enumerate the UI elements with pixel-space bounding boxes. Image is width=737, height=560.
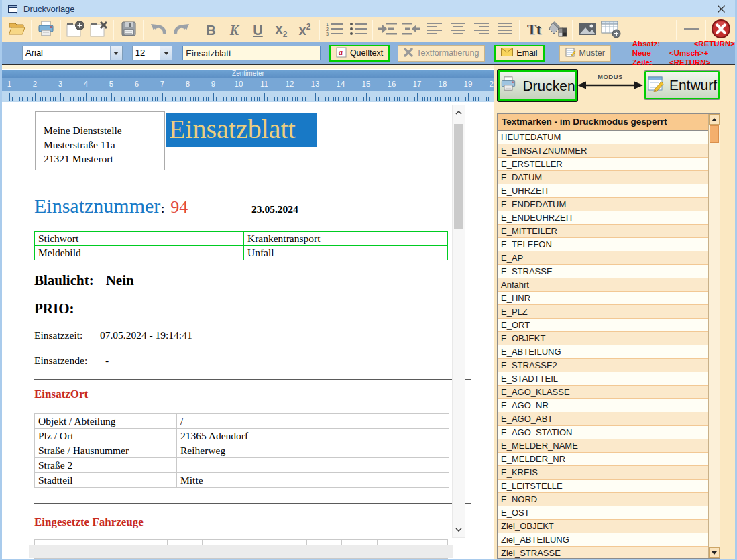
ruler-tick — [244, 97, 245, 101]
textmark-item[interactable]: E_TELEFON — [498, 238, 708, 251]
drucken-button[interactable]: Drucken — [498, 70, 577, 101]
subscript-button[interactable]: x2 — [270, 19, 293, 41]
ruler-number: 10 — [233, 80, 244, 88]
document-vertical-scrollbar[interactable] — [452, 105, 465, 538]
ruler-tick — [468, 93, 469, 101]
align-right-button[interactable] — [469, 19, 493, 41]
document-horizontal-scrollbar[interactable] — [29, 545, 453, 558]
textmark-item[interactable]: E_ORT — [498, 319, 708, 332]
scroll-up-button[interactable] — [709, 114, 720, 125]
print-button[interactable] — [34, 19, 58, 41]
ruler-tick — [134, 97, 135, 101]
textmark-item[interactable]: E_EINSATZNUMMER — [498, 144, 708, 158]
template-title-input[interactable] — [182, 46, 321, 60]
quelltext-button[interactable]: a Quelltext — [329, 45, 390, 62]
scroll-down-icon[interactable] — [453, 524, 465, 535]
textmark-item[interactable]: E_MELDER_NAME — [498, 439, 708, 453]
italic-icon: K — [230, 23, 239, 37]
fill-color-button[interactable] — [546, 19, 569, 41]
scrollbar-thumb[interactable] — [454, 124, 463, 229]
redo-button[interactable] — [170, 19, 193, 41]
numbered-list-button[interactable]: 1 2 3 — [323, 19, 346, 41]
ruler-tick — [68, 97, 68, 101]
scroll-up-icon[interactable] — [453, 107, 465, 118]
scroll-down-button[interactable] — [709, 547, 720, 558]
textmark-scrollbar[interactable] — [708, 114, 720, 558]
ruler-tick — [86, 93, 87, 101]
textmark-item[interactable]: E_OST — [498, 506, 708, 520]
insert-image-button[interactable] — [575, 19, 599, 41]
textmark-item[interactable]: E_KREIS — [498, 466, 708, 480]
font-size-select[interactable]: 12 — [132, 46, 173, 60]
textmark-item[interactable]: Ziel_ABTEILUNG — [498, 533, 708, 547]
insert-table-button[interactable] — [599, 19, 622, 41]
align-left-button[interactable] — [422, 19, 446, 41]
textformatierung-button[interactable]: Textformatierung — [398, 45, 485, 62]
textmark-item[interactable]: E_DATUM — [498, 171, 708, 184]
textmark-item[interactable]: E_ERSTELLER — [498, 158, 708, 171]
ruler-number: 6 — [131, 80, 142, 88]
document-viewport[interactable]: Meine Dienststelle Musterstraße 11a 2132… — [2, 102, 494, 559]
textmark-item[interactable]: E_PLZ — [498, 305, 708, 319]
textmark-item[interactable]: E_MELDER_NR — [498, 453, 708, 466]
email-button[interactable]: Email — [494, 45, 544, 62]
muster-button[interactable]: Muster — [559, 45, 611, 62]
textmark-item[interactable]: E_ENDEUHRZEIT — [498, 211, 708, 225]
textmark-item[interactable]: E_STRASSE2 — [498, 359, 708, 372]
horizontal-line-icon — [683, 20, 700, 40]
align-justify-icon — [496, 21, 514, 40]
bullet-list-button[interactable] — [346, 19, 370, 41]
textmark-item[interactable]: E_AP — [498, 251, 708, 265]
save-button[interactable] — [117, 19, 140, 41]
indent-decrease-button[interactable] — [399, 19, 422, 41]
close-editor-button[interactable] — [709, 19, 732, 41]
textmark-item[interactable]: E_AGO_ABT — [498, 412, 708, 426]
ruler-tick — [361, 97, 361, 101]
textmark-item[interactable]: E_STADTTEIL — [498, 372, 708, 386]
ruler-tick — [70, 97, 71, 101]
textmark-item[interactable]: E_LEITSTELLE — [498, 480, 708, 493]
horizontal-line-button[interactable] — [679, 19, 703, 41]
align-justify-button[interactable] — [493, 19, 516, 41]
textmark-item[interactable]: E_UHRZEIT — [498, 184, 708, 198]
ruler-tick — [229, 97, 229, 101]
textmark-item[interactable]: E_NORD — [498, 493, 708, 506]
align-center-button[interactable] — [446, 19, 469, 41]
textmark-item[interactable]: E_AGO_KLASSE — [498, 386, 708, 399]
textmark-item[interactable]: Anfahrt — [498, 278, 708, 292]
open-button[interactable] — [5, 19, 28, 41]
scrollbar-track[interactable] — [709, 144, 720, 547]
italic-button[interactable]: K — [223, 19, 246, 41]
ruler-tick — [111, 93, 112, 101]
textmark-item[interactable]: HEUTEDATUM — [498, 131, 708, 144]
textmark-item[interactable]: E_STRASSE — [498, 265, 708, 278]
undo-button[interactable] — [146, 19, 170, 41]
divider — [34, 503, 471, 504]
ruler-tick — [369, 97, 370, 101]
add-page-button[interactable] — [64, 19, 87, 41]
textmark-item[interactable]: E_HNR — [498, 292, 708, 305]
textmark-item[interactable]: Ziel_STRASSE — [498, 547, 708, 558]
textmark-item[interactable]: E_ENDEDATUM — [498, 198, 708, 211]
textmark-item[interactable]: E_AGO_STATION — [498, 426, 708, 439]
font-family-select[interactable]: Arial — [22, 46, 123, 60]
ruler-tick — [30, 97, 30, 101]
underline-button[interactable]: U — [246, 19, 270, 41]
delete-page-button[interactable] — [87, 19, 111, 41]
ruler-tick — [414, 97, 415, 101]
textmark-item[interactable]: E_ABTEILUNG — [498, 345, 708, 359]
textmark-item[interactable]: Ziel_OBJEKT — [498, 520, 708, 533]
close-window-button[interactable] — [717, 5, 726, 13]
bold-button[interactable]: B — [199, 19, 223, 41]
scrollbar-thumb[interactable] — [710, 125, 719, 143]
font-style-button[interactable]: Tt — [522, 19, 546, 41]
subscript-icon: x2 — [276, 22, 288, 38]
ruler-tick — [89, 97, 89, 101]
indent-increase-button[interactable] — [376, 19, 399, 41]
ruler-tick — [313, 97, 313, 101]
entwurf-button[interactable]: Entwurf — [644, 71, 720, 99]
textmark-item[interactable]: E_OBJEKT — [498, 332, 708, 345]
textmark-item[interactable]: E_AGO_NR — [498, 399, 708, 412]
superscript-button[interactable]: x2 — [293, 19, 317, 41]
textmark-item[interactable]: E_MITTEILER — [498, 225, 708, 238]
